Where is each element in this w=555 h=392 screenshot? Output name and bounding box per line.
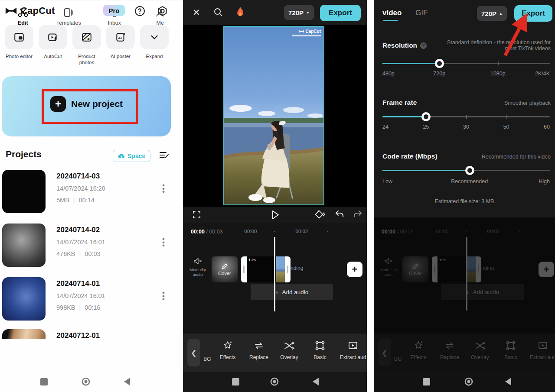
- frame-rate-tick-labels: 24 25 30 50 60: [382, 124, 550, 131]
- flame-icon[interactable]: [236, 6, 245, 18]
- project-thumbnail: [2, 224, 46, 267]
- slider-thumb[interactable]: [465, 166, 474, 175]
- android-back-icon[interactable]: [124, 378, 130, 386]
- play-icon[interactable]: [271, 210, 280, 220]
- more-options-icon[interactable]: •••: [162, 237, 165, 247]
- project-row[interactable]: 20240714-01 14/07/2024 16:01 998KB|00:16…: [0, 275, 183, 327]
- export-settings-sheet: video GIF 720P ▲ Export Resolution ? Sta…: [374, 0, 555, 217]
- playhead[interactable]: [274, 237, 275, 311]
- ai-poster-icon: AI: [106, 25, 135, 49]
- project-thumbnail: [2, 329, 46, 339]
- ruler-tick: ·: [274, 229, 275, 234]
- quick-tools-row: Photo editor AutoCut AI P: [4, 25, 169, 66]
- mute-clip-audio-button[interactable]: Mute clip audio: [186, 257, 210, 277]
- caret-up-icon: ▲: [499, 12, 503, 16]
- android-recent-icon[interactable]: [232, 378, 239, 386]
- android-back-icon[interactable]: [505, 378, 511, 386]
- frame-rate-label: Frame rate: [382, 99, 417, 107]
- overlay-shuffle-icon: [284, 340, 295, 351]
- brand-name: CapCut: [20, 5, 55, 16]
- slider-thumb[interactable]: [435, 59, 444, 68]
- projects-heading: Projects: [6, 149, 42, 159]
- tool-ai-poster[interactable]: AI AI poster: [106, 25, 135, 66]
- export-button[interactable]: Export: [320, 5, 361, 21]
- tool-effects[interactable]: Effects: [214, 340, 242, 360]
- frame-rate-slider[interactable]: [382, 116, 550, 117]
- tool-autocut[interactable]: AutoCut: [38, 25, 68, 66]
- tool-overlay[interactable]: Overlay: [275, 340, 303, 360]
- estimated-file-size: Estimated file size: 3 MB: [374, 198, 555, 204]
- active-tab-underline: [383, 20, 398, 21]
- add-clip-button[interactable]: +: [347, 262, 362, 277]
- selected-clip: 1.2s: [432, 256, 481, 282]
- clip-right-handle[interactable]: [285, 256, 291, 282]
- cloud-icon: [118, 153, 125, 159]
- export-button[interactable]: Export: [514, 5, 552, 22]
- android-recent-icon[interactable]: [423, 378, 430, 386]
- android-back-icon[interactable]: [313, 378, 319, 386]
- fullscreen-icon[interactable]: [193, 211, 201, 219]
- ruler-tick: ·: [326, 229, 328, 234]
- mute-clip-audio-button: Mute clip audio: [376, 257, 401, 277]
- help-icon[interactable]: ?: [420, 42, 427, 49]
- frame-rate-hint: Smoother playback: [504, 100, 551, 106]
- project-row[interactable]: 20240714-03 14/07/2024 16:20 5MB|00:14 •…: [0, 168, 183, 219]
- replace-loop-icon: [253, 340, 264, 351]
- tool-replace[interactable]: Replace: [245, 340, 273, 360]
- android-recent-icon[interactable]: [40, 378, 48, 386]
- resolution-slider[interactable]: [382, 63, 550, 64]
- clip-thumbnail: [276, 256, 285, 282]
- photo-editor-icon: [5, 25, 33, 49]
- add-audio-button[interactable]: + Add audio: [251, 284, 333, 300]
- tool-expand[interactable]: Expand: [140, 25, 169, 66]
- resolution-dropdown[interactable]: 720P ▼: [284, 5, 314, 20]
- help-icon[interactable]: [134, 6, 145, 16]
- clip-thumbnail: 1.2s: [247, 256, 276, 282]
- project-thumbnail: [2, 170, 46, 213]
- project-row[interactable]: 20240714-02 14/07/2024 16:01 476KB|00:03…: [0, 222, 183, 273]
- editor-topbar: ✕ 720P ▼ Export: [183, 0, 367, 25]
- keyframe-diamond-icon[interactable]: [315, 210, 326, 219]
- ruler-tick: 00:00: [245, 229, 257, 234]
- capcut-tutorial-composite: CapCut Pro Photo editor: [0, 0, 555, 392]
- sort-list-icon[interactable]: [159, 151, 169, 159]
- cover-thumbnail: Cover: [402, 256, 428, 282]
- search-icon[interactable]: [213, 7, 223, 17]
- space-button[interactable]: Space: [113, 150, 150, 162]
- android-nav-bar: [374, 372, 555, 392]
- tab-gif[interactable]: GIF: [415, 9, 428, 17]
- android-home-icon[interactable]: [270, 377, 279, 386]
- slider-thumb[interactable]: [421, 112, 431, 121]
- pro-badge[interactable]: Pro: [103, 5, 125, 16]
- close-icon[interactable]: ✕: [193, 7, 200, 18]
- project-row[interactable]: 20240712-01: [0, 329, 183, 340]
- video-preview[interactable]: CapCut: [223, 26, 324, 205]
- settings-icon[interactable]: [157, 6, 168, 16]
- more-options-icon[interactable]: •••: [162, 184, 165, 194]
- tool-extract-audio[interactable]: Extract aud: [339, 340, 367, 360]
- tool-basic[interactable]: Basic: [306, 340, 334, 360]
- resolution-label: Resolution ?: [382, 42, 427, 49]
- playhead: [466, 237, 467, 311]
- android-home-icon[interactable]: [464, 377, 473, 386]
- toolbar-back-button[interactable]: ❮: [187, 339, 200, 366]
- resolution-dropdown[interactable]: 720P ▲: [477, 6, 507, 21]
- resolution-tick-labels: 480p 720p 1080p 2K/4K: [382, 71, 550, 78]
- extract-audio-icon: [348, 340, 358, 351]
- tutorial-highlight-box: [42, 89, 138, 124]
- toolbar-back-button: ❮: [378, 339, 391, 366]
- redo-icon[interactable]: [353, 210, 362, 219]
- resolution-hint: Standard definition - the resolution use…: [441, 39, 551, 52]
- undo-icon[interactable]: [335, 210, 344, 219]
- code-rate-slider[interactable]: [382, 170, 550, 171]
- android-nav-bar: [183, 372, 367, 392]
- selected-clip[interactable]: 1.2s: [241, 256, 291, 282]
- more-options-icon[interactable]: •••: [162, 291, 165, 301]
- tool-photo-editor[interactable]: Photo editor: [4, 25, 34, 66]
- cover-thumbnail[interactable]: Cover: [212, 256, 238, 282]
- android-home-icon[interactable]: [82, 377, 90, 386]
- clip-left-handle[interactable]: [241, 256, 247, 282]
- tab-video[interactable]: video: [382, 9, 402, 17]
- ruler-tick: 00:02: [296, 229, 308, 234]
- tool-product-photos[interactable]: AI Product photos: [72, 25, 101, 66]
